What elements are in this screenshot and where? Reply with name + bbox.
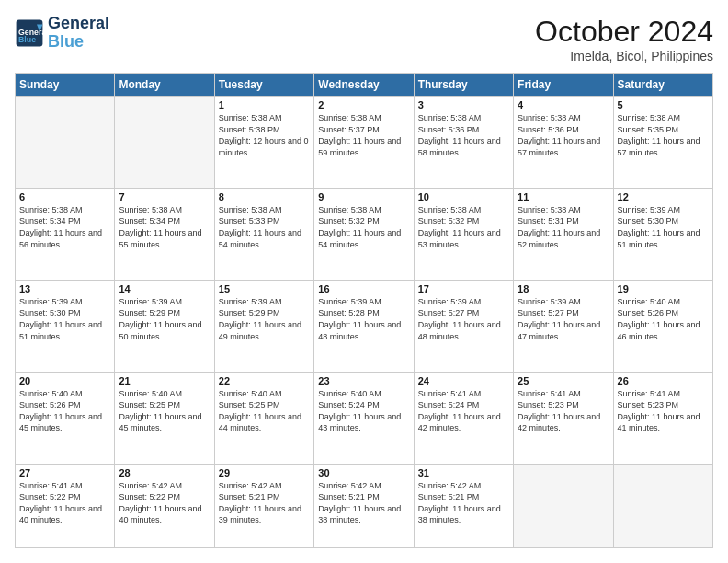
day-info: Sunrise: 5:42 AMSunset: 5:21 PMDaylight:… [219, 480, 310, 526]
location-title: Imelda, Bicol, Philippines [535, 49, 713, 63]
day-number: 19 [618, 283, 709, 294]
day-info: Sunrise: 5:38 AMSunset: 5:31 PMDaylight:… [518, 204, 609, 250]
calendar-week-5: 27Sunrise: 5:41 AMSunset: 5:22 PMDayligh… [16, 464, 713, 547]
day-info: Sunrise: 5:38 AMSunset: 5:36 PMDaylight:… [418, 112, 509, 158]
day-info: Sunrise: 5:39 AMSunset: 5:29 PMDaylight:… [119, 296, 210, 342]
day-info: Sunrise: 5:40 AMSunset: 5:25 PMDaylight:… [219, 388, 310, 434]
calendar-cell: 11Sunrise: 5:38 AMSunset: 5:31 PMDayligh… [514, 188, 613, 280]
day-info: Sunrise: 5:41 AMSunset: 5:22 PMDaylight:… [19, 480, 110, 526]
logo-icon: General Blue [15, 18, 44, 48]
day-number: 18 [518, 283, 609, 294]
calendar-cell: 30Sunrise: 5:42 AMSunset: 5:21 PMDayligh… [314, 464, 414, 547]
calendar-cell [16, 97, 115, 189]
calendar-cell: 13Sunrise: 5:39 AMSunset: 5:30 PMDayligh… [16, 280, 115, 372]
calendar-cell: 28Sunrise: 5:42 AMSunset: 5:22 PMDayligh… [115, 464, 214, 547]
day-number: 5 [618, 99, 709, 110]
day-info: Sunrise: 5:39 AMSunset: 5:29 PMDaylight:… [219, 296, 310, 342]
day-number: 11 [518, 191, 609, 202]
day-info: Sunrise: 5:42 AMSunset: 5:21 PMDaylight:… [318, 480, 409, 526]
day-number: 12 [618, 191, 709, 202]
calendar-cell: 4Sunrise: 5:38 AMSunset: 5:36 PMDaylight… [514, 97, 613, 189]
day-number: 17 [418, 283, 509, 294]
calendar-cell: 27Sunrise: 5:41 AMSunset: 5:22 PMDayligh… [16, 464, 115, 547]
weekday-header-row: SundayMondayTuesdayWednesdayThursdayFrid… [16, 74, 713, 97]
calendar-cell: 21Sunrise: 5:40 AMSunset: 5:25 PMDayligh… [115, 372, 214, 464]
day-number: 21 [119, 375, 210, 386]
calendar-cell [613, 464, 712, 547]
calendar-cell: 26Sunrise: 5:41 AMSunset: 5:23 PMDayligh… [613, 372, 712, 464]
weekday-header-thursday: Thursday [414, 74, 513, 97]
day-info: Sunrise: 5:38 AMSunset: 5:38 PMDaylight:… [219, 112, 310, 158]
weekday-header-friday: Friday [514, 74, 613, 97]
calendar-cell: 3Sunrise: 5:38 AMSunset: 5:36 PMDaylight… [414, 97, 513, 189]
day-info: Sunrise: 5:40 AMSunset: 5:24 PMDaylight:… [318, 388, 409, 434]
header: General Blue General Blue October 2024 I… [15, 15, 713, 63]
day-info: Sunrise: 5:41 AMSunset: 5:23 PMDaylight:… [518, 388, 609, 434]
calendar-cell: 24Sunrise: 5:41 AMSunset: 5:24 PMDayligh… [414, 372, 513, 464]
calendar-cell: 10Sunrise: 5:38 AMSunset: 5:32 PMDayligh… [414, 188, 513, 280]
day-info: Sunrise: 5:39 AMSunset: 5:27 PMDaylight:… [518, 296, 609, 342]
day-number: 27 [19, 467, 110, 478]
calendar-cell [115, 97, 214, 189]
day-number: 10 [418, 191, 509, 202]
day-info: Sunrise: 5:39 AMSunset: 5:30 PMDaylight:… [19, 296, 110, 342]
calendar-cell: 7Sunrise: 5:38 AMSunset: 5:34 PMDaylight… [115, 188, 214, 280]
month-title: October 2024 [535, 15, 713, 49]
day-info: Sunrise: 5:38 AMSunset: 5:34 PMDaylight:… [19, 204, 110, 250]
calendar-cell: 1Sunrise: 5:38 AMSunset: 5:38 PMDaylight… [214, 97, 313, 189]
calendar-table: SundayMondayTuesdayWednesdayThursdayFrid… [15, 73, 713, 548]
weekday-header-wednesday: Wednesday [314, 74, 414, 97]
day-info: Sunrise: 5:39 AMSunset: 5:28 PMDaylight:… [318, 296, 409, 342]
day-info: Sunrise: 5:38 AMSunset: 5:34 PMDaylight:… [119, 204, 210, 250]
day-info: Sunrise: 5:38 AMSunset: 5:36 PMDaylight:… [518, 112, 609, 158]
calendar-cell: 6Sunrise: 5:38 AMSunset: 5:34 PMDaylight… [16, 188, 115, 280]
day-info: Sunrise: 5:38 AMSunset: 5:32 PMDaylight:… [318, 204, 409, 250]
day-info: Sunrise: 5:41 AMSunset: 5:24 PMDaylight:… [418, 388, 509, 434]
day-number: 2 [318, 99, 409, 110]
calendar-cell: 17Sunrise: 5:39 AMSunset: 5:27 PMDayligh… [414, 280, 513, 372]
logo: General Blue General Blue [15, 15, 109, 52]
day-number: 24 [418, 375, 509, 386]
day-number: 29 [219, 467, 310, 478]
page: General Blue General Blue October 2024 I… [0, 0, 728, 563]
day-info: Sunrise: 5:40 AMSunset: 5:26 PMDaylight:… [618, 296, 709, 342]
day-info: Sunrise: 5:38 AMSunset: 5:37 PMDaylight:… [318, 112, 409, 158]
calendar-cell: 25Sunrise: 5:41 AMSunset: 5:23 PMDayligh… [514, 372, 613, 464]
day-number: 30 [318, 467, 409, 478]
day-number: 20 [19, 375, 110, 386]
day-info: Sunrise: 5:40 AMSunset: 5:25 PMDaylight:… [119, 388, 210, 434]
svg-text:Blue: Blue [18, 35, 36, 44]
calendar-cell: 8Sunrise: 5:38 AMSunset: 5:33 PMDaylight… [214, 188, 313, 280]
calendar-cell: 14Sunrise: 5:39 AMSunset: 5:29 PMDayligh… [115, 280, 214, 372]
day-number: 23 [318, 375, 409, 386]
calendar-cell: 20Sunrise: 5:40 AMSunset: 5:26 PMDayligh… [16, 372, 115, 464]
day-number: 15 [219, 283, 310, 294]
day-number: 16 [318, 283, 409, 294]
day-number: 14 [119, 283, 210, 294]
day-number: 6 [19, 191, 110, 202]
weekday-header-saturday: Saturday [613, 74, 712, 97]
day-info: Sunrise: 5:38 AMSunset: 5:35 PMDaylight:… [618, 112, 709, 158]
day-info: Sunrise: 5:42 AMSunset: 5:22 PMDaylight:… [119, 480, 210, 526]
calendar-cell: 12Sunrise: 5:39 AMSunset: 5:30 PMDayligh… [613, 188, 712, 280]
calendar-cell: 23Sunrise: 5:40 AMSunset: 5:24 PMDayligh… [314, 372, 414, 464]
day-info: Sunrise: 5:39 AMSunset: 5:27 PMDaylight:… [418, 296, 509, 342]
day-number: 13 [19, 283, 110, 294]
calendar-week-3: 13Sunrise: 5:39 AMSunset: 5:30 PMDayligh… [16, 280, 713, 372]
calendar-cell: 22Sunrise: 5:40 AMSunset: 5:25 PMDayligh… [214, 372, 313, 464]
day-number: 25 [518, 375, 609, 386]
calendar-cell: 29Sunrise: 5:42 AMSunset: 5:21 PMDayligh… [214, 464, 313, 547]
title-section: October 2024 Imelda, Bicol, Philippines [535, 15, 713, 63]
day-info: Sunrise: 5:39 AMSunset: 5:30 PMDaylight:… [618, 204, 709, 250]
day-info: Sunrise: 5:41 AMSunset: 5:23 PMDaylight:… [618, 388, 709, 434]
day-info: Sunrise: 5:38 AMSunset: 5:33 PMDaylight:… [219, 204, 310, 250]
calendar-cell: 15Sunrise: 5:39 AMSunset: 5:29 PMDayligh… [214, 280, 313, 372]
weekday-header-sunday: Sunday [16, 74, 115, 97]
calendar-cell: 9Sunrise: 5:38 AMSunset: 5:32 PMDaylight… [314, 188, 414, 280]
calendar-cell: 5Sunrise: 5:38 AMSunset: 5:35 PMDaylight… [613, 97, 712, 189]
day-number: 22 [219, 375, 310, 386]
day-number: 4 [518, 99, 609, 110]
calendar-cell: 31Sunrise: 5:42 AMSunset: 5:21 PMDayligh… [414, 464, 513, 547]
day-number: 9 [318, 191, 409, 202]
logo-line1: General [48, 15, 109, 33]
